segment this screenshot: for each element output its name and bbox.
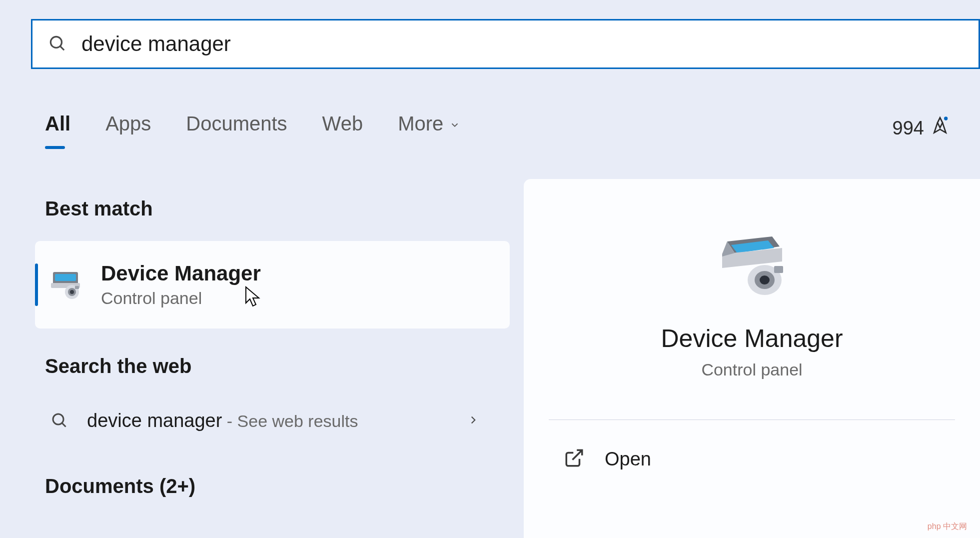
result-detail-panel: Device Manager Control panel Open bbox=[524, 179, 980, 538]
svg-line-20 bbox=[573, 450, 582, 460]
open-label: Open bbox=[605, 448, 651, 470]
search-filter-tabs: All Apps Documents Web More 994 bbox=[45, 112, 950, 144]
svg-line-11 bbox=[62, 423, 66, 427]
tab-documents[interactable]: Documents bbox=[186, 112, 287, 144]
device-manager-icon bbox=[49, 268, 84, 302]
svg-point-0 bbox=[50, 36, 61, 48]
tab-more[interactable]: More bbox=[398, 112, 460, 144]
svg-rect-4 bbox=[55, 274, 76, 281]
detail-subtitle: Control panel bbox=[701, 360, 802, 380]
divider bbox=[549, 420, 955, 420]
watermark: php 中文网 bbox=[925, 520, 970, 533]
svg-point-8 bbox=[70, 290, 74, 294]
open-external-icon bbox=[564, 448, 585, 470]
web-result-query: device manager bbox=[87, 410, 222, 431]
tab-more-label: More bbox=[398, 112, 443, 135]
best-match-result[interactable]: Device Manager Control panel bbox=[35, 241, 510, 328]
search-icon bbox=[47, 34, 66, 54]
open-action[interactable]: Open bbox=[564, 448, 651, 470]
best-match-subtitle: Control panel bbox=[101, 288, 261, 308]
best-match-heading: Best match bbox=[45, 198, 153, 220]
search-icon bbox=[50, 411, 68, 431]
svg-point-2 bbox=[944, 116, 948, 120]
tab-apps[interactable]: Apps bbox=[105, 112, 151, 144]
chevron-right-icon bbox=[467, 414, 480, 428]
svg-rect-9 bbox=[75, 286, 79, 289]
detail-title: Device Manager bbox=[661, 324, 843, 353]
web-search-result[interactable]: device manager - See web results bbox=[50, 410, 480, 432]
svg-line-1 bbox=[60, 46, 64, 50]
rewards-counter[interactable]: 994 bbox=[893, 116, 950, 140]
web-result-suffix: - See web results bbox=[222, 412, 358, 430]
rewards-badge-icon bbox=[930, 116, 950, 140]
documents-heading: Documents (2+) bbox=[45, 475, 195, 498]
svg-rect-19 bbox=[774, 266, 783, 273]
search-web-heading: Search the web bbox=[45, 355, 191, 378]
tab-web[interactable]: Web bbox=[322, 112, 363, 144]
chevron-down-icon bbox=[449, 112, 460, 135]
search-bar[interactable] bbox=[31, 19, 980, 69]
svg-point-18 bbox=[760, 276, 770, 284]
rewards-points: 994 bbox=[893, 118, 924, 139]
best-match-title: Device Manager bbox=[101, 262, 261, 286]
device-manager-icon bbox=[712, 234, 792, 299]
search-input[interactable] bbox=[81, 32, 964, 56]
svg-point-10 bbox=[53, 414, 63, 424]
tab-all[interactable]: All bbox=[45, 112, 70, 144]
